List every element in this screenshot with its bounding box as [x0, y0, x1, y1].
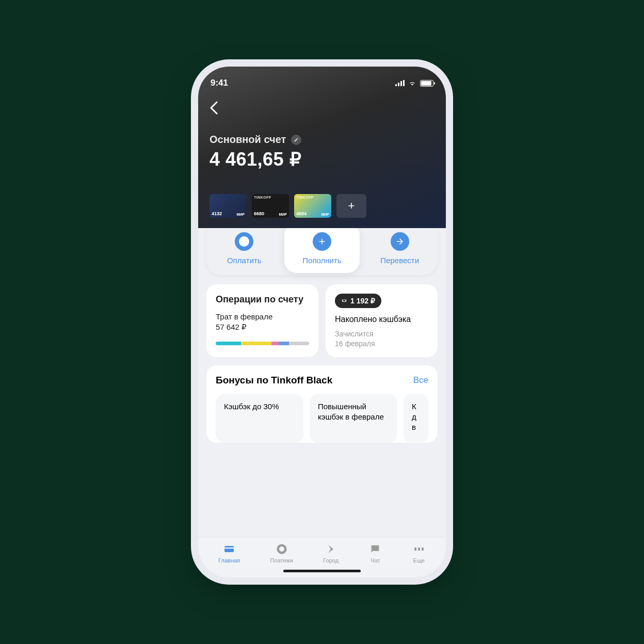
bonuses-section: Бонусы по Tinkoff Black Все Кэшбэк до 30… — [206, 365, 438, 443]
account-name-row: Основной счет — [210, 134, 434, 146]
phone-frame: 9:41 Основной счет 4 461,65 ₽ 4132 МИР T… — [198, 67, 446, 577]
cashback-meta: Зачислится 16 февраля — [335, 329, 428, 349]
cashback-amount: 1 192 ₽ — [350, 297, 375, 305]
content-area: Оплатить Пополнить Перевести Операции по… — [198, 228, 446, 537]
tab-label: Чат — [371, 557, 380, 564]
card-system: МИР — [321, 213, 329, 216]
arrow-right-icon — [391, 232, 409, 251]
status-bar: 9:41 — [210, 76, 434, 95]
quick-actions: Оплатить Пополнить Перевести — [206, 228, 438, 275]
account-balance: 4 461,65 ₽ — [210, 149, 434, 170]
status-icons — [395, 79, 433, 87]
topup-label: Пополнить — [302, 256, 341, 265]
svg-rect-0 — [224, 546, 234, 552]
chat-icon — [368, 542, 382, 556]
card-brand: TINKOFF — [254, 196, 271, 199]
bonus-cards-row[interactable]: Кэшбэк до 30% Повышенный кэшбэк в феврал… — [216, 394, 428, 443]
cards-row: 4132 МИР TINKOFF 6680 МИР TINKOFF 4684 М… — [210, 194, 434, 218]
transfer-button[interactable]: Перевести — [362, 228, 438, 275]
battery-icon — [420, 80, 433, 87]
wifi-icon — [408, 79, 417, 87]
card-item[interactable]: TINKOFF 6680 МИР — [252, 194, 289, 218]
tab-label: Главная — [218, 557, 240, 564]
more-icon — [412, 542, 426, 556]
svg-point-2 — [278, 545, 285, 553]
tab-home[interactable]: Главная — [218, 542, 240, 564]
operations-title: Операции по счету — [216, 294, 309, 305]
operations-card[interactable]: Операции по счету Трат в феврале 57 642 … — [206, 284, 318, 357]
svg-rect-3 — [414, 548, 416, 551]
bonus-card[interactable]: Повышенный кэшбэк в феврале — [310, 394, 397, 443]
card-last4: 4684 — [296, 211, 307, 216]
spending-bar — [216, 342, 309, 345]
bonuses-all-link[interactable]: Все — [413, 375, 428, 385]
cashback-title: Накоплено кэшбэка — [335, 314, 428, 325]
svg-rect-1 — [224, 548, 234, 549]
crown-icon — [341, 298, 347, 304]
tab-payments[interactable]: Платежи — [270, 542, 293, 564]
status-time: 9:41 — [211, 78, 228, 88]
tab-chat[interactable]: Чат — [368, 542, 382, 564]
transfer-label: Перевести — [380, 256, 419, 265]
tab-label: Платежи — [270, 557, 293, 564]
operations-subtitle: Трат в феврале 57 642 ₽ — [216, 312, 309, 333]
home-icon — [222, 542, 236, 556]
card-item[interactable]: 4132 МИР — [210, 194, 247, 218]
pay-icon — [235, 232, 253, 251]
pay-button[interactable]: Оплатить — [206, 228, 282, 275]
info-row: Операции по счету Трат в феврале 57 642 … — [206, 284, 438, 357]
add-card-button[interactable]: + — [336, 194, 366, 218]
cashback-badge: 1 192 ₽ — [335, 294, 381, 308]
svg-rect-5 — [422, 548, 424, 551]
tab-more[interactable]: Еще — [412, 542, 426, 564]
city-icon — [324, 542, 337, 556]
bonus-card[interactable]: Кэшбэк до 30% — [216, 394, 303, 443]
tab-label: Город — [323, 557, 339, 564]
card-last4: 4132 — [212, 211, 222, 216]
card-last4: 6680 — [254, 211, 264, 216]
home-indicator[interactable] — [283, 570, 361, 572]
screen: 9:41 Основной счет 4 461,65 ₽ 4132 МИР T… — [198, 67, 446, 577]
card-brand: TINKOFF — [296, 196, 314, 199]
bonuses-title: Бонусы по Tinkoff Black — [216, 375, 332, 386]
topup-button[interactable]: Пополнить — [284, 228, 360, 273]
plus-icon — [313, 232, 331, 251]
payments-icon — [275, 542, 288, 556]
account-name: Основной счет — [210, 134, 286, 146]
account-header: 9:41 Основной счет 4 461,65 ₽ 4132 МИР T… — [198, 67, 446, 228]
card-item[interactable]: TINKOFF 4684 МИР — [294, 194, 331, 218]
tab-bar: Главная Платежи Город Чат Еще — [198, 537, 446, 567]
cashback-card[interactable]: 1 192 ₽ Накоплено кэшбэка Зачислится 16 … — [326, 284, 438, 357]
card-system: МИР — [236, 213, 245, 216]
pay-label: Оплатить — [227, 256, 262, 265]
edit-account-button[interactable] — [291, 135, 301, 145]
tab-city[interactable]: Город — [323, 542, 339, 564]
card-system: МИР — [279, 213, 287, 216]
bonus-card[interactable]: К д в — [404, 394, 428, 443]
signal-icon — [395, 80, 405, 86]
svg-rect-4 — [418, 548, 420, 551]
back-button[interactable] — [210, 101, 218, 118]
bonuses-header: Бонусы по Tinkoff Black Все — [216, 375, 428, 386]
tab-label: Еще — [413, 557, 425, 564]
